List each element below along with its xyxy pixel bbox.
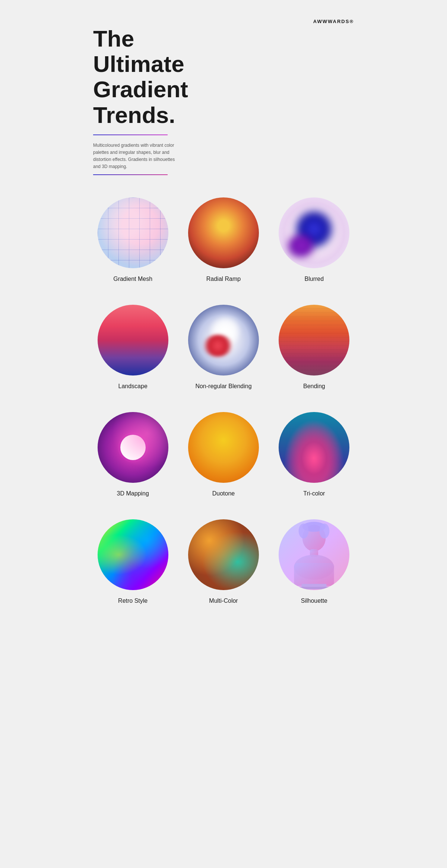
grid-item-radial-ramp: Radial Ramp	[184, 197, 263, 282]
grid-item-silhouette: Silhouette	[275, 519, 354, 604]
label-tri-color: Tri-color	[303, 490, 325, 497]
label-3d-mapping: 3D Mapping	[117, 490, 149, 497]
label-silhouette: Silhouette	[301, 598, 327, 604]
grid-item-multi-color: Multi-Color	[184, 519, 263, 604]
grid-item-tri-color: Tri-color	[275, 412, 354, 497]
svg-rect-8	[299, 587, 330, 589]
label-bending: Bending	[303, 383, 325, 390]
circle-non-regular	[188, 305, 259, 376]
circle-bending	[279, 305, 349, 376]
grid-item-landscape: Landscape	[93, 305, 172, 390]
circle-multi-color	[188, 519, 259, 590]
subtitle-divider	[93, 174, 168, 175]
circle-retro-style	[98, 519, 168, 590]
label-duotone: Duotone	[212, 490, 235, 497]
label-multi-color: Multi-Color	[209, 598, 238, 604]
svg-rect-6	[294, 563, 334, 586]
circle-radial-ramp	[188, 197, 259, 268]
grid-item-non-regular: Non-regular Blending	[184, 305, 263, 390]
bust-silhouette-icon	[279, 519, 349, 590]
circle-gradient-mesh	[98, 197, 168, 268]
grid-item-bending: Bending	[275, 305, 354, 390]
grid-item-duotone: Duotone	[184, 412, 263, 497]
circle-3d-mapping	[98, 412, 168, 483]
circle-silhouette	[279, 519, 349, 590]
circle-landscape	[98, 305, 168, 376]
brand-logo: AWWWARDS®	[313, 19, 354, 24]
label-non-regular: Non-regular Blending	[195, 383, 251, 390]
grid-item-retro-style: Retro Style	[93, 519, 172, 604]
label-landscape: Landscape	[118, 383, 148, 390]
svg-point-3	[320, 523, 330, 538]
label-gradient-mesh: Gradient Mesh	[113, 276, 152, 282]
svg-point-2	[299, 523, 309, 538]
grid-item-gradient-mesh: Gradient Mesh	[93, 197, 172, 282]
subtitle-text: Multicoloured gradients with vibrant col…	[93, 142, 175, 171]
label-blurred: Blurred	[305, 276, 324, 282]
gradient-grid: Gradient Mesh Radial Ramp Blurred Landsc…	[93, 197, 354, 604]
label-retro-style: Retro Style	[118, 598, 148, 604]
grid-item-3d-mapping: 3D Mapping	[93, 412, 172, 497]
circle-tri-color	[279, 412, 349, 483]
main-title: The Ultimate Gradient Trends.	[93, 26, 354, 128]
circle-blurred	[279, 197, 349, 268]
header-section: The Ultimate Gradient Trends. Multicolou…	[93, 26, 354, 175]
label-radial-ramp: Radial Ramp	[206, 276, 241, 282]
title-divider	[93, 134, 168, 135]
grid-item-blurred: Blurred	[275, 197, 354, 282]
circle-duotone	[188, 412, 259, 483]
